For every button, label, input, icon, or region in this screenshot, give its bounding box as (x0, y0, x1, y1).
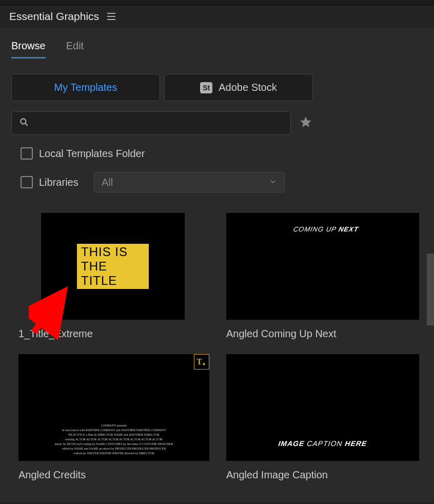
panel-header: Essential Graphics (0, 5, 434, 28)
panel-body: Browse Edit My Templates St Adobe Stock (0, 28, 434, 502)
top-bar (0, 0, 434, 5)
template-name: Angled Credits (18, 469, 215, 481)
svg-marker-2 (300, 117, 311, 127)
template-thumbnail[interactable]: T▲ COMPANY presentsin association with P… (18, 354, 209, 461)
libraries-dropdown-value: All (102, 177, 113, 188)
source-buttons: My Templates St Adobe Stock (11, 74, 423, 101)
chevron-down-icon (269, 177, 277, 188)
my-templates-button[interactable]: My Templates (11, 74, 160, 101)
font-warning-icon: T▲ (194, 354, 209, 370)
search-icon (19, 117, 29, 129)
template-name: 1_Title_Extreme (18, 328, 215, 340)
my-templates-label: My Templates (54, 82, 117, 93)
preview-credits: COMPANY presentsin association with PART… (28, 423, 200, 456)
template-item: T▲ COMPANY presentsin association with P… (18, 354, 215, 481)
local-folder-checkbox[interactable] (21, 147, 33, 160)
scrollbar-thumb[interactable] (427, 254, 434, 325)
libraries-label: Libraries (39, 177, 88, 188)
preview-title-box: THIS IS THE TITLE (77, 244, 149, 289)
tab-browse[interactable]: Browse (11, 40, 46, 59)
template-item: IMAGE CAPTION HERE Angled Image Caption (226, 354, 423, 481)
templates-grid: THIS IS THE TITLE 1_Title_Extreme COMING… (18, 213, 423, 481)
svg-point-0 (21, 119, 26, 124)
libraries-dropdown[interactable]: All (94, 172, 285, 192)
svg-line-1 (26, 124, 28, 126)
template-name: Angled Image Caption (226, 469, 423, 481)
search-input[interactable] (34, 118, 283, 129)
search-box[interactable] (11, 111, 291, 135)
libraries-checkbox[interactable] (21, 176, 33, 188)
template-item: THIS IS THE TITLE 1_Title_Extreme (18, 213, 215, 340)
stock-badge-icon: St (200, 82, 212, 93)
tab-edit[interactable]: Edit (66, 40, 84, 59)
template-item: COMING UP NEXT Angled Coming Up Next (226, 213, 423, 340)
panel-title: Essential Graphics (9, 10, 99, 23)
tabs: Browse Edit (11, 40, 423, 59)
template-name: Angled Coming Up Next (226, 328, 423, 340)
local-folder-row: Local Templates Folder (21, 147, 423, 160)
preview-caption: IMAGE CAPTION HERE (278, 439, 367, 448)
favorites-star-icon[interactable] (299, 115, 312, 131)
adobe-stock-button[interactable]: St Adobe Stock (164, 74, 313, 101)
search-row (11, 111, 423, 135)
template-thumbnail[interactable]: IMAGE CAPTION HERE (226, 354, 419, 461)
template-thumbnail[interactable]: COMING UP NEXT (226, 213, 419, 320)
preview-text: COMING UP NEXT (292, 225, 359, 233)
template-thumbnail[interactable]: THIS IS THE TITLE (41, 213, 185, 320)
local-folder-label: Local Templates Folder (39, 148, 145, 160)
adobe-stock-label: Adobe Stock (219, 82, 277, 93)
panel-menu-icon[interactable] (107, 13, 115, 20)
libraries-row: Libraries All (21, 172, 423, 192)
